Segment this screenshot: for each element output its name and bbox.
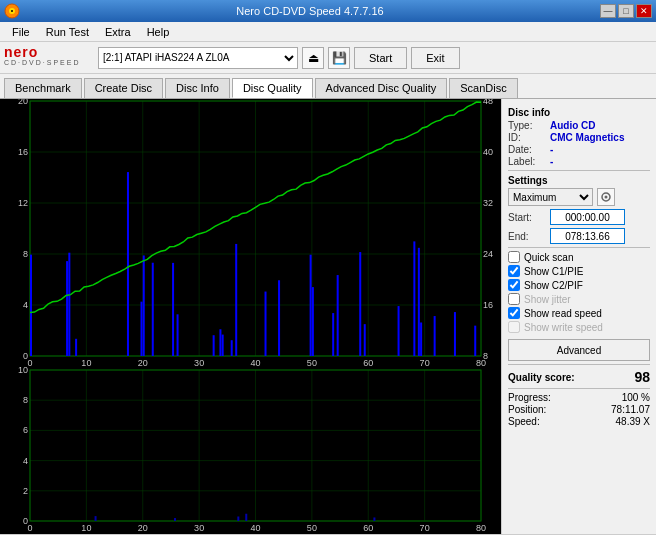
advanced-button[interactable]: Advanced bbox=[508, 339, 650, 361]
drive-select[interactable]: [2:1] ATAPI iHAS224 A ZL0A bbox=[98, 47, 298, 69]
id-label: ID: bbox=[508, 132, 546, 143]
speed-value: 48.39 X bbox=[616, 416, 650, 427]
show-jitter-label: Show jitter bbox=[524, 294, 571, 305]
chart-area bbox=[0, 99, 502, 534]
svg-point-2 bbox=[11, 10, 13, 12]
save-button[interactable]: 💾 bbox=[328, 47, 350, 69]
app-icon bbox=[4, 3, 20, 19]
speed-row: Speed: 48.39 X bbox=[508, 416, 650, 427]
maximize-button[interactable]: □ bbox=[618, 4, 634, 18]
show-c1pie-label: Show C1/PIE bbox=[524, 266, 583, 277]
settings-icon-button[interactable] bbox=[597, 188, 615, 206]
quick-scan-checkbox[interactable] bbox=[508, 251, 520, 263]
tab-advanced-disc-quality[interactable]: Advanced Disc Quality bbox=[315, 78, 448, 98]
tab-scandisc[interactable]: ScanDisc bbox=[449, 78, 517, 98]
exit-button[interactable]: Exit bbox=[411, 47, 459, 69]
nero-sub-text: CD·DVD·SPEED bbox=[4, 59, 94, 66]
start-time-row: Start: bbox=[508, 209, 650, 225]
progress-row: Progress: 100 % bbox=[508, 392, 650, 403]
title-bar-left bbox=[4, 3, 20, 19]
start-button[interactable]: Start bbox=[354, 47, 407, 69]
tab-bar: Benchmark Create Disc Disc Info Disc Qua… bbox=[0, 74, 656, 99]
quality-score-value: 98 bbox=[634, 369, 650, 385]
id-value: CMC Magnetics bbox=[550, 132, 624, 143]
show-c2pif-row: Show C2/PIF bbox=[508, 279, 650, 291]
settings-title: Settings bbox=[508, 175, 650, 186]
title-bar: Nero CD-DVD Speed 4.7.7.16 — □ ✕ bbox=[0, 0, 656, 22]
main-content: Disc info Type: Audio CD ID: CMC Magneti… bbox=[0, 99, 656, 534]
disc-type-row: Type: Audio CD bbox=[508, 120, 650, 131]
show-read-speed-row: Show read speed bbox=[508, 307, 650, 319]
window-title: Nero CD-DVD Speed 4.7.7.16 bbox=[20, 5, 600, 17]
menu-help[interactable]: Help bbox=[139, 24, 178, 40]
type-label: Type: bbox=[508, 120, 546, 131]
menu-file[interactable]: File bbox=[4, 24, 38, 40]
logo: nero CD·DVD·SPEED bbox=[4, 45, 94, 71]
disc-id-row: ID: CMC Magnetics bbox=[508, 132, 650, 143]
divider-2 bbox=[508, 247, 650, 248]
divider-4 bbox=[508, 388, 650, 389]
end-time-row: End: bbox=[508, 228, 650, 244]
show-c1pie-row: Show C1/PIE bbox=[508, 265, 650, 277]
date-value: - bbox=[550, 144, 553, 155]
show-read-speed-label: Show read speed bbox=[524, 308, 602, 319]
window-controls[interactable]: — □ ✕ bbox=[600, 4, 652, 18]
show-c2pif-checkbox[interactable] bbox=[508, 279, 520, 291]
speed-setting-row: Maximum bbox=[508, 188, 650, 206]
end-time-label: End: bbox=[508, 231, 546, 242]
divider-3 bbox=[508, 364, 650, 365]
show-write-speed-row: Show write speed bbox=[508, 321, 650, 333]
menu-bar: File Run Test Extra Help bbox=[0, 22, 656, 42]
position-row: Position: 78:11.07 bbox=[508, 404, 650, 415]
end-time-input[interactable] bbox=[550, 228, 625, 244]
label-label: Label: bbox=[508, 156, 546, 167]
show-write-speed-label: Show write speed bbox=[524, 322, 603, 333]
minimize-button[interactable]: — bbox=[600, 4, 616, 18]
quick-scan-label: Quick scan bbox=[524, 252, 573, 263]
disc-date-row: Date: - bbox=[508, 144, 650, 155]
disc-info-title: Disc info bbox=[508, 107, 650, 118]
tab-disc-info[interactable]: Disc Info bbox=[165, 78, 230, 98]
quality-score-label: Quality score: bbox=[508, 372, 575, 383]
progress-label: Progress: bbox=[508, 392, 551, 403]
label-value: - bbox=[550, 156, 553, 167]
show-jitter-row: Show jitter bbox=[508, 293, 650, 305]
show-jitter-checkbox[interactable] bbox=[508, 293, 520, 305]
quality-score-row: Quality score: 98 bbox=[508, 369, 650, 385]
close-button[interactable]: ✕ bbox=[636, 4, 652, 18]
speed-label: Speed: bbox=[508, 416, 540, 427]
menu-run-test[interactable]: Run Test bbox=[38, 24, 97, 40]
right-panel: Disc info Type: Audio CD ID: CMC Magneti… bbox=[502, 99, 656, 534]
speed-select[interactable]: Maximum bbox=[508, 188, 593, 206]
eject-button[interactable]: ⏏ bbox=[302, 47, 324, 69]
show-c1pie-checkbox[interactable] bbox=[508, 265, 520, 277]
disc-label-row: Label: - bbox=[508, 156, 650, 167]
toolbar: nero CD·DVD·SPEED [2:1] ATAPI iHAS224 A … bbox=[0, 42, 656, 74]
tab-benchmark[interactable]: Benchmark bbox=[4, 78, 82, 98]
quality-chart bbox=[0, 99, 501, 534]
position-label: Position: bbox=[508, 404, 546, 415]
start-time-input[interactable] bbox=[550, 209, 625, 225]
show-c2pif-label: Show C2/PIF bbox=[524, 280, 583, 291]
tab-disc-quality[interactable]: Disc Quality bbox=[232, 78, 313, 98]
nero-logo-text: nero bbox=[4, 45, 94, 59]
show-read-speed-checkbox[interactable] bbox=[508, 307, 520, 319]
menu-extra[interactable]: Extra bbox=[97, 24, 139, 40]
date-label: Date: bbox=[508, 144, 546, 155]
divider-1 bbox=[508, 170, 650, 171]
show-write-speed-checkbox[interactable] bbox=[508, 321, 520, 333]
type-value: Audio CD bbox=[550, 120, 596, 131]
progress-value: 100 % bbox=[622, 392, 650, 403]
start-time-label: Start: bbox=[508, 212, 546, 223]
position-value: 78:11.07 bbox=[611, 404, 650, 415]
svg-point-4 bbox=[605, 196, 608, 199]
tab-create-disc[interactable]: Create Disc bbox=[84, 78, 163, 98]
quick-scan-row: Quick scan bbox=[508, 251, 650, 263]
